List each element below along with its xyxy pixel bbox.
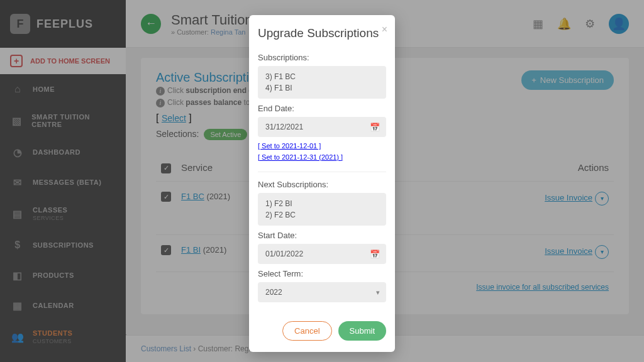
set-2021-12-31-link[interactable]: [ Set to 2021-12-31 (2021) ] [258, 153, 343, 161]
subscriptions-label: Subscriptions: [258, 53, 386, 62]
set-2021-12-01-link[interactable]: [ Set to 2021-12-01 ] [258, 142, 321, 150]
modal-title: Upgrade Subscriptions [258, 26, 386, 40]
close-icon[interactable]: × [382, 24, 387, 35]
start-date-input[interactable] [258, 244, 386, 264]
end-date-quick-links: [ Set to 2021-12-01 ] [ Set to 2021-12-3… [258, 141, 386, 163]
cancel-button[interactable]: Cancel [282, 321, 331, 341]
start-date-label: Start Date: [258, 231, 386, 240]
divider [258, 172, 386, 172]
end-date-input[interactable] [258, 117, 386, 137]
term-label: Select Term: [258, 269, 386, 278]
next-subs-label: Next Subscriptions: [258, 180, 386, 189]
upgrade-modal: × Upgrade Subscriptions Subscriptions: 3… [249, 15, 395, 352]
calendar-icon[interactable]: 📅 [370, 123, 380, 132]
subscriptions-box: 3) F1 BC4) F1 BI [258, 66, 386, 99]
next-subs-box: 1) F2 BI2) F2 BC [258, 193, 386, 226]
term-select[interactable]: 2022 [258, 282, 386, 302]
submit-button[interactable]: Submit [338, 321, 386, 341]
calendar-icon[interactable]: 📅 [370, 250, 380, 259]
end-date-label: End Date: [258, 104, 386, 113]
